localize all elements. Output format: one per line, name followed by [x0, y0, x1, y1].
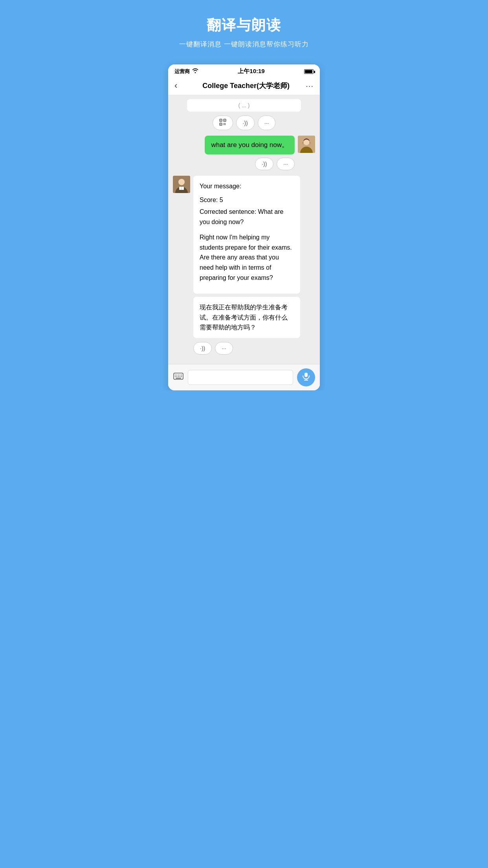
app-subtitle: 一键翻译消息 一键朗读消息帮你练习听力 [171, 40, 317, 49]
message-action-buttons: ·)) ··· [173, 116, 315, 130]
svg-rect-24 [178, 376, 179, 377]
battery-icon [304, 69, 314, 74]
status-right [304, 69, 314, 74]
status-bar: 运营商 上午10:19 [168, 64, 320, 77]
sent-message-actions: ·)) ··· [173, 158, 315, 170]
svg-rect-7 [225, 123, 226, 124]
qr-icon [219, 119, 226, 127]
svg-rect-19 [178, 375, 179, 375]
svg-rect-4 [224, 120, 225, 121]
svg-rect-22 [175, 376, 176, 377]
app-header: 翻译与朗读 一键翻译消息 一键朗读消息帮你练习听力 [163, 0, 325, 57]
sent-bubble: what are you doing now。 [205, 136, 295, 154]
score-line: Score: 5 [200, 195, 294, 205]
recv-avatar [173, 176, 190, 193]
recv-more-icon: ··· [222, 345, 226, 351]
recv-sound-icon: ·)) [200, 345, 205, 351]
status-left: 运营商 [174, 68, 198, 75]
sound-icon-top: ·)) [243, 120, 248, 126]
recv-more-button[interactable]: ··· [215, 342, 233, 355]
phone-frame: 运营商 上午10:19 ‹ College Teacher(大学老师) ··· … [168, 64, 320, 390]
received-message-row: Your message: Score: 5 Corrected sentenc… [173, 176, 315, 294]
truncated-message: ( ... ) [187, 99, 301, 112]
svg-rect-18 [176, 375, 177, 375]
more-options-button-top[interactable]: ··· [258, 116, 276, 130]
sent-more-icon: ··· [283, 161, 288, 167]
time-label: 上午10:19 [238, 68, 264, 75]
received-bubble: Your message: Score: 5 Corrected sentenc… [193, 176, 300, 294]
response-text: Right now I'm helping my students prepar… [200, 232, 294, 283]
svg-rect-21 [181, 375, 182, 375]
mic-icon [302, 372, 310, 383]
svg-rect-17 [175, 375, 176, 375]
svg-rect-28 [305, 373, 308, 377]
recv-message-actions: ·)) ··· [173, 342, 315, 355]
message-label: Your message: [200, 181, 294, 191]
mic-button[interactable] [297, 368, 315, 386]
corrected-line: Corrected sentence: What are you doing n… [200, 207, 294, 227]
svg-rect-6 [224, 123, 224, 124]
keyboard-icon[interactable] [173, 371, 184, 384]
svg-rect-26 [181, 376, 182, 377]
svg-rect-8 [224, 124, 224, 125]
svg-rect-27 [176, 378, 181, 379]
sent-sound-icon: ·)) [262, 161, 267, 167]
app-title: 翻译与朗读 [171, 16, 317, 35]
svg-rect-20 [180, 375, 180, 375]
recv-avatar-image [173, 176, 190, 193]
carrier-label: 运营商 [174, 68, 190, 75]
sent-more-button[interactable]: ··· [277, 158, 295, 170]
translation-box: 现在我正在帮助我的学生准备考试。在准备考试方面，你有什么需要帮助的地方吗？ [193, 297, 300, 338]
nav-bar: ‹ College Teacher(大学老师) ··· [168, 77, 320, 95]
text-input[interactable] [188, 370, 293, 385]
svg-rect-15 [181, 187, 182, 190]
svg-rect-25 [180, 376, 180, 377]
svg-rect-3 [220, 120, 221, 121]
sent-avatar [298, 136, 315, 153]
sent-avatar-image [298, 136, 315, 153]
back-button[interactable]: ‹ [174, 81, 186, 91]
sent-message-row: what are you doing now。 [173, 136, 315, 154]
chat-area: ( ... ) [168, 95, 320, 364]
wifi-icon [192, 68, 198, 74]
svg-rect-5 [220, 124, 221, 125]
sent-sound-button[interactable]: ·)) [255, 158, 273, 170]
more-dots-icon-top: ··· [264, 120, 269, 126]
svg-point-13 [178, 179, 185, 185]
svg-rect-23 [176, 376, 177, 377]
nav-title: College Teacher(大学老师) [202, 81, 290, 90]
more-button[interactable]: ··· [306, 81, 314, 90]
input-bar [168, 364, 320, 390]
sound-button-top[interactable]: ·)) [236, 116, 255, 130]
qr-button[interactable] [213, 116, 233, 130]
recv-sound-button[interactable]: ·)) [193, 342, 212, 355]
svg-rect-9 [225, 124, 226, 125]
